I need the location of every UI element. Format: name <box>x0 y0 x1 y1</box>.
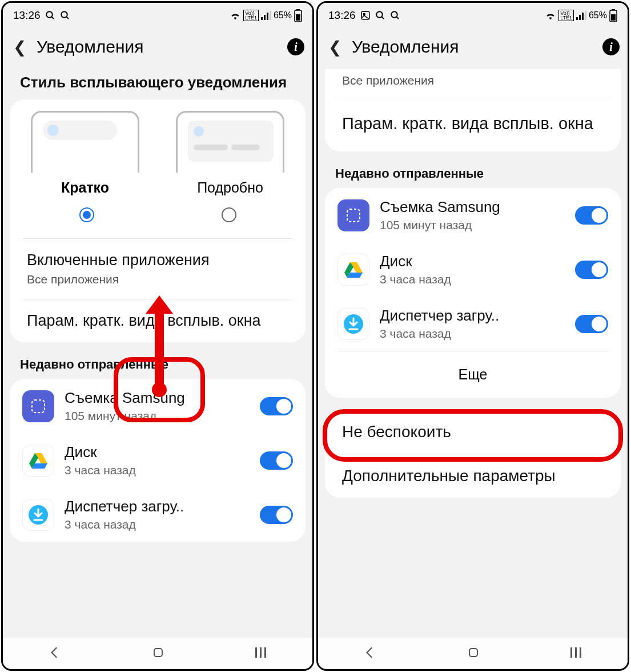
svg-rect-17 <box>154 649 162 657</box>
app-time: 3 часа назад <box>380 327 565 341</box>
all-apps-label: Все приложения <box>342 74 604 87</box>
dnd-row[interactable]: Не беспокоить <box>325 410 621 454</box>
svg-rect-19 <box>260 647 262 658</box>
style-label-brief: Кратко <box>61 179 109 196</box>
volte-icon: Vo))LTE1 <box>558 10 574 21</box>
svg-rect-27 <box>576 17 578 20</box>
svg-point-23 <box>376 11 383 18</box>
popup-style-header: Стиль всплывающего уведомления <box>3 69 312 99</box>
svg-point-0 <box>46 11 53 18</box>
battery-icon <box>609 9 617 22</box>
app-time: 3 часа назад <box>380 273 565 286</box>
app-toggle[interactable] <box>260 397 293 415</box>
svg-rect-28 <box>579 15 581 20</box>
app-toggle[interactable] <box>575 206 608 225</box>
app-row-download[interactable]: Диспетчер загру.. 3 часа назад <box>325 297 621 351</box>
svg-point-22 <box>363 13 365 15</box>
svg-rect-41 <box>570 647 572 658</box>
nav-bar <box>3 637 312 669</box>
svg-rect-11 <box>32 400 45 413</box>
recent-header: Недавно отправленные <box>318 151 628 188</box>
battery-percent: 65% <box>274 10 292 21</box>
svg-rect-42 <box>575 647 577 658</box>
svg-rect-34 <box>347 209 360 222</box>
app-time: 3 часа назад <box>65 463 250 477</box>
nav-recents[interactable] <box>254 646 268 661</box>
status-time: 13:26 <box>328 9 356 22</box>
svg-rect-4 <box>261 17 263 20</box>
search-icon <box>390 10 400 21</box>
app-toggle[interactable] <box>260 451 293 470</box>
nav-home[interactable] <box>151 646 165 662</box>
style-option-detailed[interactable]: Подробно <box>160 111 300 196</box>
app-icon-download-manager <box>337 308 369 340</box>
radio-brief[interactable] <box>79 207 94 222</box>
search-icon <box>45 10 55 21</box>
page-header: ❮ Уведомления i <box>318 28 628 69</box>
back-button[interactable]: ❮ <box>11 38 29 57</box>
signal-icon <box>261 11 271 20</box>
back-button[interactable]: ❮ <box>326 38 344 57</box>
more-label: Еще <box>459 366 488 382</box>
radio-detailed[interactable] <box>222 207 236 222</box>
popup-style-card: Кратко Подробно <box>10 99 306 342</box>
app-time: 105 минут назад <box>65 409 250 423</box>
brief-popup-settings-row[interactable]: Парам. кратк. вида всплыв. окна <box>10 299 306 342</box>
app-toggle[interactable] <box>575 261 608 279</box>
app-row-samsung[interactable]: Съемка Samsung 105 минут назад <box>10 379 306 433</box>
app-toggle[interactable] <box>575 315 608 333</box>
svg-line-1 <box>51 17 54 19</box>
battery-icon <box>294 9 302 22</box>
svg-rect-33 <box>611 14 616 21</box>
nav-bar <box>318 637 628 669</box>
nav-recents[interactable] <box>569 646 583 661</box>
nav-back[interactable] <box>47 645 62 662</box>
svg-rect-20 <box>264 647 266 658</box>
more-button[interactable]: Еще <box>325 351 621 398</box>
preview-brief <box>31 111 139 173</box>
app-time: 3 часа назад <box>65 518 250 531</box>
info-icon[interactable]: i <box>287 38 304 55</box>
content-scroll[interactable]: Стиль всплывающего уведомления Кратко <box>3 69 312 634</box>
nav-home[interactable] <box>467 646 480 662</box>
brief-popup-settings-title: Парам. кратк. вида всплыв. окна <box>342 114 604 133</box>
advanced-title: Дополнительные параметры <box>342 467 604 485</box>
content-scroll[interactable]: Все приложения Парам. кратк. вида всплыв… <box>318 69 628 634</box>
dnd-title: Не беспокоить <box>342 423 604 441</box>
svg-rect-43 <box>580 647 581 658</box>
style-label-detailed: Подробно <box>197 179 263 196</box>
advanced-row[interactable]: Дополнительные параметры <box>325 454 621 498</box>
status-bar: 13:26 Vo))LTE1 65% <box>318 3 628 28</box>
app-icon-download-manager <box>22 499 54 531</box>
app-row-drive[interactable]: Диск 3 часа назад <box>10 433 306 487</box>
svg-line-3 <box>66 17 69 19</box>
included-apps-sub: Все приложения <box>27 273 288 286</box>
app-icon-drive <box>22 445 54 477</box>
status-time: 13:26 <box>13 9 41 22</box>
recent-header: Недавно отправленные <box>3 342 312 379</box>
svg-rect-29 <box>582 13 584 20</box>
recent-card: Съемка Samsung 105 минут назад Диск 3 ча… <box>10 379 306 542</box>
all-apps-row[interactable]: Все приложения <box>325 69 621 98</box>
svg-line-24 <box>381 17 384 19</box>
app-name: Диск <box>65 443 250 461</box>
app-row-samsung[interactable]: Съемка Samsung 105 минут назад <box>325 188 621 242</box>
page-header: ❮ Уведомления i <box>3 28 312 69</box>
svg-rect-30 <box>585 11 586 20</box>
style-option-brief[interactable]: Кратко <box>15 111 155 196</box>
gallery-icon <box>360 10 371 21</box>
signal-icon <box>576 11 586 20</box>
app-row-drive[interactable]: Диск 3 часа назад <box>325 242 621 297</box>
app-icon-samsung-capture <box>337 199 369 231</box>
svg-line-26 <box>396 17 399 19</box>
brief-popup-settings-row[interactable]: Парам. кратк. вида всплыв. окна <box>325 98 621 151</box>
brief-popup-settings-title: Парам. кратк. вида всплыв. окна <box>27 312 288 330</box>
app-name: Диспетчер загру.. <box>380 307 565 325</box>
info-icon[interactable]: i <box>602 38 620 55</box>
nav-back[interactable] <box>363 645 377 662</box>
svg-rect-7 <box>270 11 271 20</box>
phone-left: 13:26 Vo))LTE1 65% ❮ Уведомления i Стиль… <box>1 1 314 671</box>
included-apps-row[interactable]: Включенные приложения Все приложения <box>10 239 306 299</box>
app-row-download[interactable]: Диспетчер загру.. 3 часа назад <box>10 487 306 542</box>
app-toggle[interactable] <box>260 506 293 524</box>
